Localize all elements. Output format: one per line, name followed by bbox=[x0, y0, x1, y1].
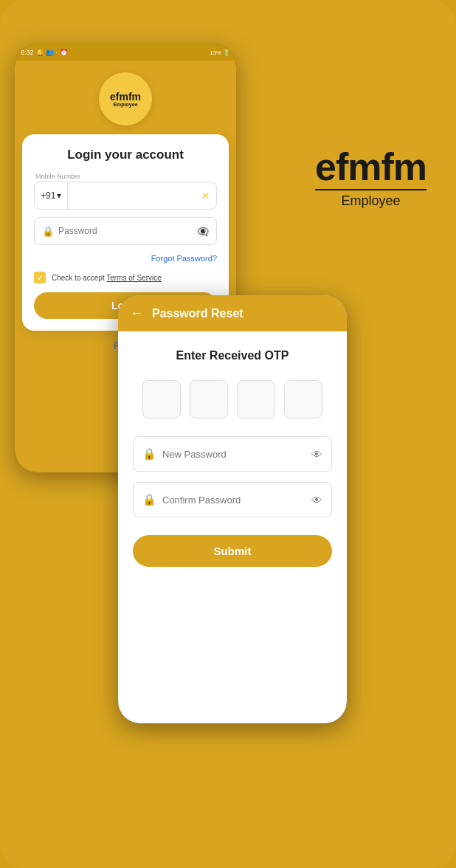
country-code-selector[interactable]: +91 ▾ bbox=[35, 182, 68, 209]
terms-row: ✓ Check to accept Terms of Service bbox=[34, 272, 217, 283]
new-password-input[interactable] bbox=[162, 449, 305, 460]
status-bar-left: 6:32 🔔 👥 · ⏰ bbox=[21, 49, 68, 56]
otp-box-1[interactable] bbox=[142, 380, 181, 418]
mobile-input[interactable] bbox=[68, 190, 196, 201]
terms-text: Check to accept Terms of Service bbox=[52, 274, 162, 282]
forgot-password-link[interactable]: Forgot Password? bbox=[151, 254, 217, 263]
phone-logo-title: efmfm bbox=[110, 92, 141, 102]
terms-prefix: Check to accept bbox=[52, 274, 106, 282]
phone-logo-area: efmfm Employee bbox=[15, 61, 236, 134]
mobile-input-row: +91 ▾ ✕ bbox=[34, 182, 217, 210]
forgot-password-area: Forgot Password? bbox=[34, 251, 217, 264]
back-arrow-icon[interactable]: ← bbox=[130, 306, 143, 321]
confirm-password-eye-icon[interactable]: 👁 bbox=[311, 494, 322, 506]
mobile-label: Mobile Number bbox=[35, 173, 217, 180]
password-input-row: 🔒 👁‍🗨 bbox=[34, 217, 217, 245]
status-icons: 🔔 👥 · ⏰ bbox=[36, 49, 68, 56]
reset-body: Enter Received OTP 🔒 👁 🔒 bbox=[118, 331, 347, 585]
brand-area: efmfm Employee bbox=[315, 148, 426, 209]
phone-reset-inner: ← Password Reset Enter Received OTP 🔒 � bbox=[118, 295, 347, 723]
otp-boxes bbox=[133, 380, 332, 418]
new-password-lock-icon: 🔒 bbox=[142, 447, 156, 461]
app-background: efmfm Employee 6:32 🔔 👥 · ⏰ 13% 🔋 efmfm bbox=[0, 0, 456, 868]
status-time: 6:32 bbox=[21, 49, 34, 56]
eye-hide-icon[interactable]: 👁‍🗨 bbox=[197, 226, 209, 237]
terms-of-service-link[interactable]: Terms of Service bbox=[106, 274, 161, 282]
new-password-eye-icon[interactable]: 👁 bbox=[311, 448, 322, 461]
brand-title: efmfm bbox=[315, 148, 426, 186]
phone-reset: ← Password Reset Enter Received OTP 🔒 � bbox=[118, 295, 347, 723]
status-bar: 6:32 🔔 👥 · ⏰ 13% 🔋 bbox=[15, 44, 236, 61]
phone-logo-circle: efmfm Employee bbox=[99, 72, 152, 125]
lock-icon: 🔒 bbox=[42, 226, 54, 237]
battery-text: 13% bbox=[210, 49, 221, 56]
confirm-password-input-row: 🔒 👁 bbox=[133, 482, 332, 517]
submit-button[interactable]: Submit bbox=[133, 535, 332, 567]
otp-heading: Enter Received OTP bbox=[133, 349, 332, 362]
otp-box-2[interactable] bbox=[190, 380, 228, 418]
terms-checkbox[interactable]: ✓ bbox=[34, 272, 46, 283]
phone-logo-subtitle: Employee bbox=[113, 102, 137, 107]
confirm-password-input[interactable] bbox=[162, 495, 305, 506]
otp-box-4[interactable] bbox=[284, 380, 322, 418]
password-input[interactable] bbox=[58, 226, 193, 236]
new-password-input-row: 🔒 👁 bbox=[133, 436, 332, 472]
checkmark-icon: ✓ bbox=[37, 273, 44, 283]
clear-icon[interactable]: ✕ bbox=[196, 190, 216, 202]
confirm-password-lock-icon: 🔒 bbox=[142, 493, 156, 506]
reset-header: ← Password Reset bbox=[118, 295, 347, 331]
dropdown-arrow-icon: ▾ bbox=[57, 190, 61, 201]
otp-box-3[interactable] bbox=[237, 380, 275, 418]
status-bar-right: 13% 🔋 bbox=[210, 49, 230, 56]
brand-subtitle: Employee bbox=[315, 189, 426, 209]
reset-screen-title: Password Reset bbox=[152, 307, 243, 320]
login-card-title: Login your account bbox=[34, 148, 217, 162]
country-code-value: +91 bbox=[41, 190, 55, 201]
battery-icon: 🔋 bbox=[223, 49, 230, 56]
